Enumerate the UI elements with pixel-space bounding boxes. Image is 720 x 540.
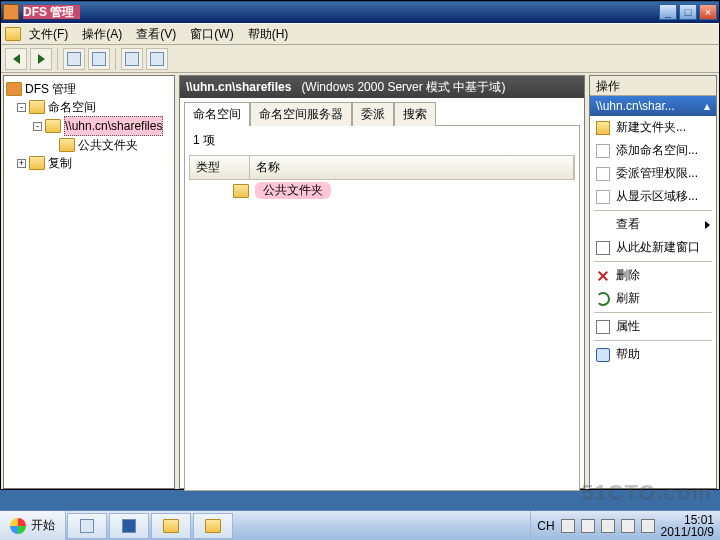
tree-pub-label: 公共文件夹: [78, 136, 138, 154]
close-button[interactable]: ×: [699, 4, 717, 20]
item-count: 1 项: [189, 130, 575, 155]
window-icon: [596, 241, 610, 255]
actions-sel-label: \\uhn.cn\shar...: [596, 99, 675, 113]
action-new-folder[interactable]: 新建文件夹...: [590, 116, 716, 139]
windows-orb-icon: [10, 518, 26, 534]
blank-icon: [596, 218, 610, 232]
taskbar-item[interactable]: [109, 513, 149, 539]
tree-root[interactable]: DFS 管理: [6, 80, 172, 98]
folder-icon: [29, 156, 45, 170]
menu-action[interactable]: 操作(A): [76, 24, 128, 45]
action-label: 新建文件夹...: [616, 119, 686, 136]
tray-icon[interactable]: [641, 519, 655, 533]
generic-icon: [92, 52, 106, 66]
nav-fwd-button[interactable]: [30, 48, 52, 70]
maximize-button[interactable]: □: [679, 4, 697, 20]
tab-search[interactable]: 搜索: [394, 102, 436, 126]
tree-rep-label: 复制: [48, 154, 72, 172]
action-label: 查看: [616, 216, 640, 233]
action-label: 刷新: [616, 290, 640, 307]
app-icon: [3, 4, 19, 20]
action-remove-display[interactable]: 从显示区域移...: [590, 185, 716, 208]
generic-icon: [150, 52, 164, 66]
clock[interactable]: 15:012011/10/9: [661, 514, 714, 538]
arrow-right-icon: [38, 54, 45, 64]
action-label: 属性: [616, 318, 640, 335]
folder-icon: [233, 184, 249, 198]
help-icon: [596, 348, 610, 362]
collapse-icon[interactable]: -: [17, 103, 26, 112]
tree[interactable]: DFS 管理 -命名空间 -\\uhn.cn\sharefiles 公共文件夹 …: [4, 76, 174, 176]
collapse-icon[interactable]: -: [33, 122, 42, 131]
tree-namespace[interactable]: -命名空间: [6, 98, 172, 116]
tool-1[interactable]: [63, 48, 85, 70]
folder-icon: [29, 100, 45, 114]
titlebar[interactable]: DFS 管理 _ □ ×: [1, 1, 719, 23]
tray-icon[interactable]: [601, 519, 615, 533]
actions-selection[interactable]: \\uhn.cn\shar...▴: [590, 96, 716, 116]
chevron-up-icon: ▴: [704, 99, 710, 113]
content-pane: \\uhn.cn\sharefiles (Windows 2000 Server…: [179, 75, 585, 489]
action-help[interactable]: 帮助: [590, 343, 716, 366]
nav-back-button[interactable]: [5, 48, 27, 70]
folder-icon: [596, 121, 610, 135]
tool-4[interactable]: [146, 48, 168, 70]
action-delegate[interactable]: 委派管理权限...: [590, 162, 716, 185]
tray-icon[interactable]: [621, 519, 635, 533]
action-new-window[interactable]: 从此处新建窗口: [590, 236, 716, 259]
generic-icon: [125, 52, 139, 66]
minimize-button[interactable]: _: [659, 4, 677, 20]
powershell-icon: [122, 519, 136, 533]
action-view[interactable]: 查看: [590, 213, 716, 236]
expand-icon[interactable]: +: [17, 159, 26, 168]
explorer-icon: [163, 519, 179, 533]
start-label: 开始: [31, 517, 55, 534]
action-label: 从此处新建窗口: [616, 239, 700, 256]
list-item[interactable]: 公共文件夹: [189, 180, 575, 201]
tab-namespace[interactable]: 命名空间: [184, 102, 250, 126]
separator: [594, 261, 712, 262]
menu-file[interactable]: 文件(F): [23, 24, 74, 45]
taskbar-item[interactable]: [151, 513, 191, 539]
col-name[interactable]: 名称: [250, 156, 574, 179]
tool-3[interactable]: [121, 48, 143, 70]
menu-window[interactable]: 窗口(W): [184, 24, 239, 45]
tree-replication[interactable]: +复制: [6, 154, 172, 172]
doc-icon: [596, 167, 610, 181]
action-refresh[interactable]: 刷新: [590, 287, 716, 310]
actions-header: 操作: [590, 76, 716, 96]
system-tray[interactable]: CH 15:012011/10/9: [530, 511, 720, 541]
menu-help[interactable]: 帮助(H): [242, 24, 295, 45]
taskbar-item[interactable]: [67, 513, 107, 539]
taskbar-item[interactable]: [193, 513, 233, 539]
toolbar: [1, 45, 719, 73]
start-button[interactable]: 开始: [0, 511, 66, 541]
content-mode: (Windows 2000 Server 模式 中基于域): [301, 79, 505, 96]
tray-icon[interactable]: [561, 519, 575, 533]
col-type[interactable]: 类型: [190, 156, 250, 179]
tree-root-label: DFS 管理: [25, 80, 76, 98]
tree-public[interactable]: 公共文件夹: [6, 136, 172, 154]
item-name: 公共文件夹: [255, 182, 331, 199]
delete-icon: [596, 269, 610, 283]
menu-view[interactable]: 查看(V): [130, 24, 182, 45]
tool-2[interactable]: [88, 48, 110, 70]
lang-indicator[interactable]: CH: [537, 519, 554, 533]
action-label: 委派管理权限...: [616, 165, 698, 182]
action-delete[interactable]: 删除: [590, 264, 716, 287]
tray-icon[interactable]: [581, 519, 595, 533]
tab-servers[interactable]: 命名空间服务器: [250, 102, 352, 126]
action-add-namespace[interactable]: 添加命名空间...: [590, 139, 716, 162]
tree-share[interactable]: -\\uhn.cn\sharefiles: [6, 116, 172, 136]
folder-icon: [45, 119, 61, 133]
content-header: \\uhn.cn\sharefiles (Windows 2000 Server…: [180, 76, 584, 98]
tab-delegate[interactable]: 委派: [352, 102, 394, 126]
server-icon: [80, 519, 94, 533]
doc-icon: [596, 144, 610, 158]
separator: [594, 312, 712, 313]
clock-time: 15:01: [661, 514, 714, 526]
separator: [594, 210, 712, 211]
taskbar[interactable]: 开始 CH 15:012011/10/9: [0, 510, 720, 540]
action-properties[interactable]: 属性: [590, 315, 716, 338]
action-label: 从显示区域移...: [616, 188, 698, 205]
